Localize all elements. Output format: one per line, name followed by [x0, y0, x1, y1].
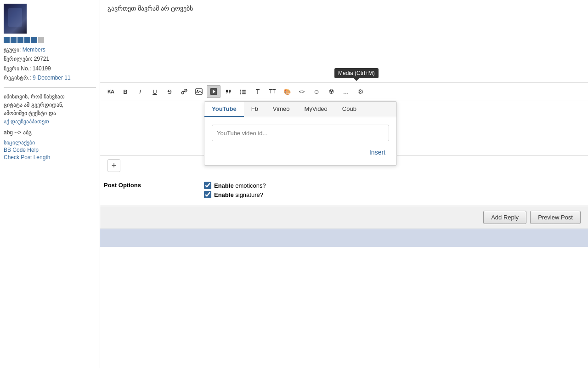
tab-myvideo[interactable]: MyVideo	[297, 102, 334, 117]
editor-toolbar: KA B I U S	[100, 83, 588, 100]
toolbar-btn-list[interactable]	[236, 85, 250, 98]
toolbar-btn-font[interactable]: T	[251, 85, 265, 98]
emoticons-checkbox[interactable]	[204, 182, 211, 189]
register-value[interactable]: 9-December 11	[33, 75, 71, 81]
sidebar: ჯგუფი: Members წერილები: 29721 წევრი No.…	[0, 0, 100, 368]
post-options-label: Post Options	[100, 180, 200, 202]
svg-rect-5	[242, 90, 246, 91]
main-content: გავრთეთ მავრამ არ ტოვებს Media (Ctrl+M) …	[100, 0, 588, 368]
post-no-row: წევრი No.: 140199	[4, 64, 96, 73]
sidebar-note: იმისთვის, რომ ჩასვსათ ციტატა ამ გვერდიდა…	[4, 92, 96, 126]
bottom-buttons: Add Reply Preview Post	[100, 206, 588, 229]
media-body: Insert	[204, 117, 396, 165]
posts-label: წერილები:	[4, 56, 32, 62]
emoticons-row: Enable emoticons?	[204, 182, 584, 189]
sidebar-link-post-length[interactable]: Check Post Length	[4, 154, 96, 161]
top-georgian-text: გავრთეთ მავრამ არ ტოვებს	[107, 5, 193, 12]
toolbar-btn-underline[interactable]: U	[148, 85, 162, 98]
toolbar-btn-font2[interactable]: TT	[266, 85, 279, 98]
posts-value: 29721	[34, 56, 49, 62]
register-row: რეგისტრ.: 9-December 11	[4, 73, 96, 82]
footer-bar	[100, 229, 588, 247]
post-options-controls: Enable emoticons? Enable signature?	[200, 180, 588, 202]
toolbar-btn-more[interactable]: …	[339, 85, 353, 98]
svg-point-4	[240, 90, 241, 91]
post-no-value: 140199	[33, 65, 51, 72]
toolbar-btn-media[interactable]	[207, 85, 220, 98]
sidebar-note-link[interactable]: აქ დაუწვაპპათეთ	[4, 117, 96, 126]
insert-row: Insert	[212, 147, 389, 158]
svg-point-1	[197, 90, 198, 92]
post-no-label: წევრი No.:	[4, 65, 31, 72]
insert-button[interactable]: Insert	[366, 147, 389, 158]
media-dropdown: YouTube Fb Vimeo MyVideo Coub Insert	[204, 101, 397, 166]
toolbar-btn-quote[interactable]	[221, 85, 235, 98]
abg-row: abg --> აბგ	[4, 129, 96, 136]
toolbar-btn-color[interactable]: 🎨	[280, 85, 294, 98]
status-row: ჯგუფი: Members	[4, 45, 96, 54]
note-line2: ციტატა ამ გვერდიდან,	[4, 102, 63, 108]
sidebar-link-bbcode[interactable]: BB Code Help	[4, 147, 96, 153]
rep-block-4	[24, 37, 30, 43]
toolbar-btn-bold[interactable]: B	[119, 85, 132, 98]
reputation-bar	[4, 37, 96, 43]
register-label: რეგისტრ.:	[4, 75, 31, 81]
svg-point-6	[240, 92, 241, 92]
signature-label: Enable signature?	[214, 191, 263, 198]
add-content-button[interactable]: +	[107, 159, 120, 172]
post-options-section: Post Options Enable emoticons? Enable si…	[100, 176, 588, 206]
posts-row: წერილები: 29721	[4, 54, 96, 63]
toolbar-btn-settings[interactable]: ⚙	[354, 85, 368, 98]
toolbar-btn-strike[interactable]: S	[163, 85, 176, 98]
youtube-video-id-input[interactable]	[212, 125, 389, 141]
sidebar-divider	[4, 87, 96, 88]
tab-coub[interactable]: Coub	[335, 102, 364, 117]
signature-checkbox[interactable]	[204, 191, 211, 198]
sidebar-info: ჯგუფი: Members წერილები: 29721 წევრი No.…	[4, 45, 96, 83]
note-line3: ამობიშვი ტექსტი და	[4, 110, 56, 116]
add-reply-button[interactable]: Add Reply	[483, 211, 526, 224]
signature-row: Enable signature?	[204, 191, 584, 198]
toolbar-btn-spoiler[interactable]: ☢	[324, 85, 338, 98]
tooltip-text: Media (Ctrl+M)	[338, 70, 375, 76]
tab-youtube[interactable]: YouTube	[204, 102, 244, 117]
avatar	[4, 4, 27, 34]
status-label: ჯგუფი:	[4, 46, 21, 53]
svg-rect-7	[242, 92, 246, 92]
media-tooltip: Media (Ctrl+M)	[334, 68, 379, 78]
sidebar-link-localization[interactable]: სიცილაქები	[4, 139, 96, 146]
svg-rect-9	[242, 93, 246, 94]
tab-fb[interactable]: Fb	[244, 102, 266, 117]
rep-block-2	[11, 37, 17, 43]
svg-point-8	[240, 93, 241, 94]
toolbar-btn-italic[interactable]: I	[133, 85, 147, 98]
status-value[interactable]: Members	[23, 46, 45, 53]
toolbar-btn-link[interactable]	[177, 85, 191, 98]
rep-block-1	[4, 37, 10, 43]
rep-block-3	[17, 37, 23, 43]
emoticons-label: Enable emoticons?	[214, 182, 266, 189]
tab-vimeo[interactable]: Vimeo	[266, 102, 297, 117]
media-tabs: YouTube Fb Vimeo MyVideo Coub	[204, 102, 396, 117]
rep-block-5	[31, 37, 37, 43]
toolbar-btn-image[interactable]	[192, 85, 206, 98]
note-line1: იმისთვის, რომ ჩასვსათ	[4, 93, 65, 100]
toolbar-btn-ka[interactable]: KA	[104, 85, 118, 98]
toolbar-btn-code[interactable]: <>	[295, 85, 309, 98]
svg-text:🎨: 🎨	[283, 88, 291, 95]
toolbar-btn-emoji[interactable]: ☺	[310, 85, 323, 98]
rep-block-6	[38, 37, 44, 43]
preview-post-button[interactable]: Preview Post	[530, 211, 581, 224]
